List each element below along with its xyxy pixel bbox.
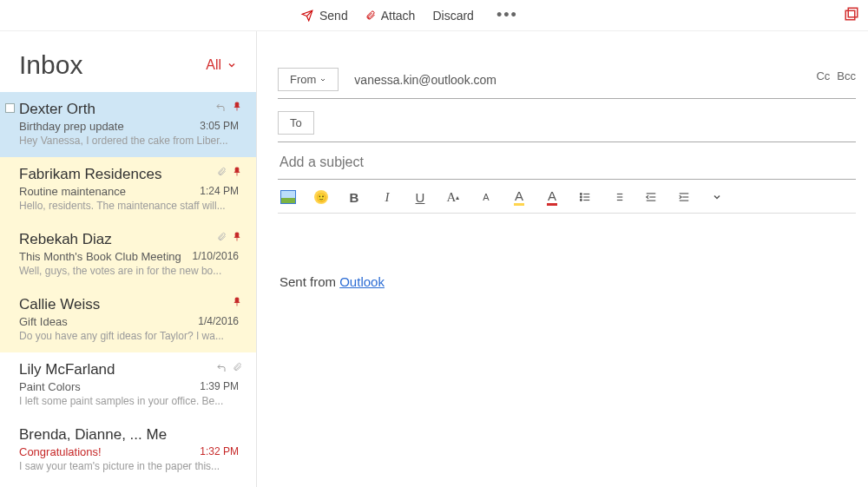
subject-input[interactable] <box>279 155 856 170</box>
message-time: 1/10/2016 <box>193 250 239 263</box>
italic-button[interactable]: I <box>378 188 396 206</box>
message-preview: I saw your team's picture in the paper t… <box>19 460 239 472</box>
pin-icon <box>232 101 242 116</box>
attach-label: Attach <box>381 9 416 23</box>
from-row: From vanessa.kin@outlook.com Cc Bcc <box>278 61 856 99</box>
numbered-list-button[interactable] <box>609 188 627 206</box>
pin-icon <box>232 231 242 247</box>
message-sender: Rebekah Diaz <box>19 231 239 248</box>
compose-toolbar: Send Attach Discard ••• <box>0 0 868 31</box>
message-item[interactable]: Callie WeissGift Ideas1/4/2016Do you hav… <box>0 287 256 352</box>
message-preview: Hello, residents. The maintenance staff … <box>19 200 239 212</box>
chevron-down-icon <box>227 60 237 70</box>
bold-button[interactable]: B <box>345 188 363 206</box>
message-list-pane: Inbox All Dexter OrthBirthday prep updat… <box>0 31 257 487</box>
pin-icon <box>232 166 242 181</box>
emoji-icon: 🙂 <box>314 190 328 204</box>
chevron-down-icon <box>319 76 326 83</box>
reply-icon <box>214 101 227 116</box>
font-size-up-button[interactable]: A▴ <box>444 188 462 206</box>
message-item[interactable]: Brenda, Dianne, ... MeCongratulations!1:… <box>0 418 256 483</box>
message-time: 3:05 PM <box>200 120 239 133</box>
message-subject: This Month's Book Club Meeting <box>19 250 181 263</box>
message-subject: Birthday prep update <box>19 120 124 133</box>
attach-button[interactable]: Attach <box>365 9 416 23</box>
outdent-button[interactable] <box>642 188 660 206</box>
insert-picture-button[interactable] <box>279 188 297 206</box>
svg-rect-0 <box>848 8 858 17</box>
svg-point-3 <box>580 196 582 198</box>
subject-row <box>278 142 856 180</box>
message-time: 1:32 PM <box>200 445 239 458</box>
message-subject: Paint Colors <box>19 380 81 393</box>
message-sender: Brenda, Dianne, ... Me <box>19 426 239 444</box>
to-picker[interactable]: To <box>278 111 314 135</box>
message-preview: Do you have any gift ideas for Taylor? I… <box>19 330 239 342</box>
folder-title: Inbox <box>19 50 82 80</box>
attachment-icon <box>217 231 227 247</box>
message-item[interactable]: Rebekah DiazThis Month's Book Club Meeti… <box>0 222 256 287</box>
more-actions-button[interactable]: ••• <box>491 6 523 24</box>
signature-link[interactable]: Outlook <box>339 274 385 289</box>
message-sender: Fabrikam Residences <box>19 166 239 183</box>
message-item[interactable]: Dexter OrthBirthday prep update3:05 PMHe… <box>0 92 256 157</box>
attachment-icon <box>233 361 242 377</box>
cc-button[interactable]: Cc <box>816 69 830 82</box>
picture-icon <box>280 190 296 204</box>
message-preview: Well, guys, the votes are in for the new… <box>19 265 239 277</box>
message-subject: Gift Ideas <box>19 315 68 328</box>
bcc-button[interactable]: Bcc <box>837 69 856 82</box>
svg-rect-1 <box>845 10 855 20</box>
attachment-icon <box>217 166 227 181</box>
message-subject: Routine maintenance <box>19 185 126 198</box>
filter-dropdown[interactable]: All <box>206 57 237 73</box>
bulleted-list-button[interactable] <box>576 188 594 206</box>
discard-label: Discard <box>432 9 473 23</box>
message-sender: Lily McFarland <box>19 361 239 378</box>
indent-button[interactable] <box>675 188 693 206</box>
send-label: Send <box>319 9 348 23</box>
message-time: 1/4/2016 <box>198 315 239 328</box>
message-sender: Callie Weiss <box>19 296 239 313</box>
message-item[interactable]: Fabrikam ResidencesRoutine maintenance1:… <box>0 157 256 222</box>
send-button[interactable]: Send <box>300 9 348 23</box>
message-time: 1:39 PM <box>200 380 239 393</box>
from-address: vanessa.kin@outlook.com <box>354 73 496 87</box>
to-row: To <box>278 104 856 142</box>
format-more-button[interactable] <box>708 188 726 206</box>
signature-text: Sent from <box>279 274 339 289</box>
format-toolbar: 🙂 B I U A▴ A A A <box>278 180 856 214</box>
message-list: Dexter OrthBirthday prep update3:05 PMHe… <box>0 92 256 487</box>
svg-point-4 <box>580 200 582 201</box>
compose-pane: From vanessa.kin@outlook.com Cc Bcc To <box>257 31 868 487</box>
highlight-button[interactable]: A <box>510 188 528 206</box>
popout-icon[interactable] <box>844 6 859 25</box>
font-color-button[interactable]: A <box>543 188 561 206</box>
pin-icon <box>232 296 242 312</box>
compose-body[interactable]: Sent from Outlook <box>278 214 856 289</box>
from-picker[interactable]: From <box>278 68 339 91</box>
message-item[interactable]: Lily McFarlandPaint Colors1:39 PMI left … <box>0 352 256 418</box>
to-input[interactable] <box>330 116 856 130</box>
font-size-down-button[interactable]: A <box>477 188 495 206</box>
insert-emoji-button[interactable]: 🙂 <box>312 188 330 206</box>
message-preview: I left some paint samples in your office… <box>19 395 239 407</box>
message-time: 1:24 PM <box>200 185 239 198</box>
message-sender: Dexter Orth <box>19 101 239 118</box>
svg-point-2 <box>580 194 582 195</box>
select-checkbox[interactable] <box>5 103 15 113</box>
message-preview: Hey Vanessa, I ordered the cake from Lib… <box>19 135 239 147</box>
discard-button[interactable]: Discard <box>432 9 473 23</box>
filter-label: All <box>206 57 221 73</box>
message-subject: Congratulations! <box>19 445 102 458</box>
reply-icon <box>215 361 227 377</box>
underline-button[interactable]: U <box>411 188 429 206</box>
